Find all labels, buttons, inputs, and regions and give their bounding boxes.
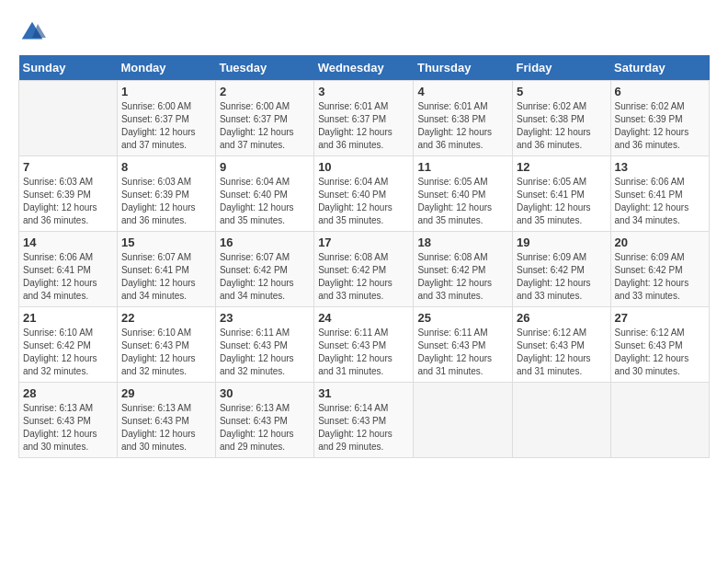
logo — [18, 18, 50, 46]
calendar-cell: 18Sunrise: 6:08 AMSunset: 6:42 PMDayligh… — [414, 232, 513, 307]
weekday-header-row: SundayMondayTuesdayWednesdayThursdayFrid… — [19, 55, 710, 81]
day-number: 7 — [23, 160, 113, 174]
calendar-cell: 23Sunrise: 6:11 AMSunset: 6:43 PMDayligh… — [215, 307, 313, 383]
day-number: 21 — [23, 311, 113, 325]
week-row-5: 28Sunrise: 6:13 AMSunset: 6:43 PMDayligh… — [19, 383, 710, 458]
day-info: Sunrise: 6:12 AMSunset: 6:43 PMDaylight:… — [615, 327, 705, 378]
calendar-cell: 28Sunrise: 6:13 AMSunset: 6:43 PMDayligh… — [19, 383, 118, 458]
day-number: 11 — [417, 160, 508, 174]
calendar-cell: 7Sunrise: 6:03 AMSunset: 6:39 PMDaylight… — [19, 156, 118, 232]
day-info: Sunrise: 6:11 AMSunset: 6:43 PMDaylight:… — [318, 327, 409, 378]
calendar-cell: 31Sunrise: 6:14 AMSunset: 6:43 PMDayligh… — [314, 383, 414, 458]
day-number: 15 — [121, 236, 211, 249]
calendar-cell: 12Sunrise: 6:05 AMSunset: 6:41 PMDayligh… — [513, 156, 611, 232]
weekday-header-friday: Friday — [513, 55, 611, 81]
week-row-1: 1Sunrise: 6:00 AMSunset: 6:37 PMDaylight… — [19, 81, 710, 156]
calendar-cell: 8Sunrise: 6:03 AMSunset: 6:39 PMDaylight… — [117, 156, 215, 232]
calendar-cell: 24Sunrise: 6:11 AMSunset: 6:43 PMDayligh… — [314, 307, 414, 383]
day-info: Sunrise: 6:07 AMSunset: 6:41 PMDaylight:… — [121, 251, 211, 303]
day-info: Sunrise: 6:08 AMSunset: 6:42 PMDaylight:… — [318, 251, 409, 303]
day-info: Sunrise: 6:13 AMSunset: 6:43 PMDaylight:… — [23, 402, 113, 454]
day-number: 28 — [23, 386, 113, 400]
day-info: Sunrise: 6:00 AMSunset: 6:37 PMDaylight:… — [121, 100, 211, 152]
calendar-cell: 2Sunrise: 6:00 AMSunset: 6:37 PMDaylight… — [215, 81, 313, 156]
calendar-cell: 22Sunrise: 6:10 AMSunset: 6:43 PMDayligh… — [117, 307, 215, 383]
day-number: 20 — [615, 236, 705, 249]
calendar-cell: 16Sunrise: 6:07 AMSunset: 6:42 PMDayligh… — [215, 232, 313, 307]
day-info: Sunrise: 6:10 AMSunset: 6:43 PMDaylight:… — [121, 327, 211, 378]
calendar-cell: 6Sunrise: 6:02 AMSunset: 6:39 PMDaylight… — [610, 81, 709, 156]
day-info: Sunrise: 6:14 AMSunset: 6:43 PMDaylight:… — [318, 402, 409, 454]
day-info: Sunrise: 6:02 AMSunset: 6:39 PMDaylight:… — [615, 100, 705, 152]
day-number: 17 — [318, 236, 409, 249]
day-number: 27 — [615, 311, 705, 325]
calendar-cell: 15Sunrise: 6:07 AMSunset: 6:41 PMDayligh… — [117, 232, 215, 307]
day-info: Sunrise: 6:11 AMSunset: 6:43 PMDaylight:… — [417, 327, 508, 378]
weekday-header-thursday: Thursday — [414, 55, 513, 81]
day-number: 30 — [220, 386, 310, 400]
calendar-cell: 5Sunrise: 6:02 AMSunset: 6:38 PMDaylight… — [513, 81, 611, 156]
calendar-cell: 21Sunrise: 6:10 AMSunset: 6:42 PMDayligh… — [19, 307, 118, 383]
calendar-cell: 11Sunrise: 6:05 AMSunset: 6:40 PMDayligh… — [414, 156, 513, 232]
day-info: Sunrise: 6:06 AMSunset: 6:41 PMDaylight:… — [615, 176, 705, 227]
day-number: 8 — [121, 160, 211, 174]
day-info: Sunrise: 6:12 AMSunset: 6:43 PMDaylight:… — [517, 327, 607, 378]
calendar-table: SundayMondayTuesdayWednesdayThursdayFrid… — [18, 55, 710, 458]
calendar-cell: 9Sunrise: 6:04 AMSunset: 6:40 PMDaylight… — [215, 156, 313, 232]
day-number: 22 — [121, 311, 211, 325]
day-info: Sunrise: 6:02 AMSunset: 6:38 PMDaylight:… — [517, 100, 607, 152]
calendar-cell: 14Sunrise: 6:06 AMSunset: 6:41 PMDayligh… — [19, 232, 118, 307]
calendar-cell: 20Sunrise: 6:09 AMSunset: 6:42 PMDayligh… — [610, 232, 709, 307]
day-info: Sunrise: 6:04 AMSunset: 6:40 PMDaylight:… — [220, 176, 310, 227]
day-number: 31 — [318, 386, 409, 400]
day-info: Sunrise: 6:08 AMSunset: 6:42 PMDaylight:… — [417, 251, 508, 303]
day-number: 25 — [417, 311, 508, 325]
calendar-cell — [414, 383, 513, 458]
day-info: Sunrise: 6:05 AMSunset: 6:41 PMDaylight:… — [517, 176, 607, 227]
calendar-cell: 19Sunrise: 6:09 AMSunset: 6:42 PMDayligh… — [513, 232, 611, 307]
calendar-cell: 3Sunrise: 6:01 AMSunset: 6:37 PMDaylight… — [314, 81, 414, 156]
day-info: Sunrise: 6:09 AMSunset: 6:42 PMDaylight:… — [517, 251, 607, 303]
day-number: 29 — [121, 386, 211, 400]
day-info: Sunrise: 6:04 AMSunset: 6:40 PMDaylight:… — [318, 176, 409, 227]
day-info: Sunrise: 6:07 AMSunset: 6:42 PMDaylight:… — [220, 251, 310, 303]
calendar-cell: 10Sunrise: 6:04 AMSunset: 6:40 PMDayligh… — [314, 156, 414, 232]
day-info: Sunrise: 6:03 AMSunset: 6:39 PMDaylight:… — [121, 176, 211, 227]
calendar-cell: 30Sunrise: 6:13 AMSunset: 6:43 PMDayligh… — [215, 383, 313, 458]
page-header — [18, 18, 710, 46]
week-row-4: 21Sunrise: 6:10 AMSunset: 6:42 PMDayligh… — [19, 307, 710, 383]
calendar-cell: 17Sunrise: 6:08 AMSunset: 6:42 PMDayligh… — [314, 232, 414, 307]
day-number: 14 — [23, 236, 113, 249]
calendar-cell — [513, 383, 611, 458]
day-number: 10 — [318, 160, 409, 174]
day-info: Sunrise: 6:00 AMSunset: 6:37 PMDaylight:… — [220, 100, 310, 152]
day-number: 26 — [517, 311, 607, 325]
day-number: 3 — [318, 85, 409, 98]
week-row-3: 14Sunrise: 6:06 AMSunset: 6:41 PMDayligh… — [19, 232, 710, 307]
week-row-2: 7Sunrise: 6:03 AMSunset: 6:39 PMDaylight… — [19, 156, 710, 232]
calendar-cell: 29Sunrise: 6:13 AMSunset: 6:43 PMDayligh… — [117, 383, 215, 458]
day-number: 18 — [417, 236, 508, 249]
day-info: Sunrise: 6:06 AMSunset: 6:41 PMDaylight:… — [23, 251, 113, 303]
day-info: Sunrise: 6:01 AMSunset: 6:37 PMDaylight:… — [318, 100, 409, 152]
day-number: 16 — [220, 236, 310, 249]
calendar-cell: 27Sunrise: 6:12 AMSunset: 6:43 PMDayligh… — [610, 307, 709, 383]
day-info: Sunrise: 6:13 AMSunset: 6:43 PMDaylight:… — [220, 402, 310, 454]
day-info: Sunrise: 6:13 AMSunset: 6:43 PMDaylight:… — [121, 402, 211, 454]
weekday-header-monday: Monday — [117, 55, 215, 81]
day-info: Sunrise: 6:03 AMSunset: 6:39 PMDaylight:… — [23, 176, 113, 227]
day-number: 1 — [121, 85, 211, 98]
day-number: 2 — [220, 85, 310, 98]
day-number: 5 — [517, 85, 607, 98]
calendar-cell: 4Sunrise: 6:01 AMSunset: 6:38 PMDaylight… — [414, 81, 513, 156]
calendar-cell: 1Sunrise: 6:00 AMSunset: 6:37 PMDaylight… — [117, 81, 215, 156]
weekday-header-saturday: Saturday — [610, 55, 709, 81]
day-number: 13 — [615, 160, 705, 174]
calendar-cell: 13Sunrise: 6:06 AMSunset: 6:41 PMDayligh… — [610, 156, 709, 232]
day-number: 24 — [318, 311, 409, 325]
weekday-header-tuesday: Tuesday — [215, 55, 313, 81]
day-info: Sunrise: 6:09 AMSunset: 6:42 PMDaylight:… — [615, 251, 705, 303]
calendar-cell — [610, 383, 709, 458]
calendar-cell: 25Sunrise: 6:11 AMSunset: 6:43 PMDayligh… — [414, 307, 513, 383]
day-info: Sunrise: 6:10 AMSunset: 6:42 PMDaylight:… — [23, 327, 113, 378]
